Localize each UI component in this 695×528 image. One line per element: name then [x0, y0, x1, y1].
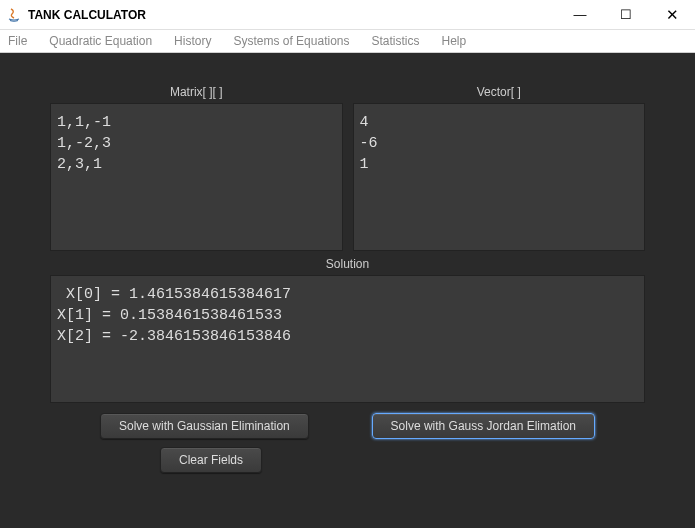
- menu-file[interactable]: File: [8, 34, 27, 48]
- java-icon: [6, 7, 22, 23]
- title-bar: TANK CALCULATOR — ☐ ✕: [0, 0, 695, 30]
- maximize-button[interactable]: ☐: [603, 0, 649, 30]
- vector-label: Vector[ ]: [353, 85, 646, 99]
- clear-fields-button[interactable]: Clear Fields: [160, 447, 262, 473]
- input-row: Matrix[ ][ ] 1,1,-1 1,-2,3 2,3,1 Vector[…: [50, 85, 645, 251]
- window-title: TANK CALCULATOR: [28, 8, 557, 22]
- minimize-button[interactable]: —: [557, 0, 603, 30]
- matrix-input[interactable]: 1,1,-1 1,-2,3 2,3,1: [50, 103, 343, 251]
- content-area: Matrix[ ][ ] 1,1,-1 1,-2,3 2,3,1 Vector[…: [0, 53, 695, 528]
- solution-panel: Solution X[0] = 1.4615384615384617 X[1] …: [50, 257, 645, 403]
- clear-button-row: Clear Fields: [50, 447, 645, 473]
- vector-input[interactable]: 4 -6 1: [353, 103, 646, 251]
- menu-statistics[interactable]: Statistics: [371, 34, 419, 48]
- menu-history[interactable]: History: [174, 34, 211, 48]
- menu-bar: File Quadratic Equation History Systems …: [0, 30, 695, 53]
- solve-gaussian-button[interactable]: Solve with Gaussian Elimination: [100, 413, 309, 439]
- menu-help[interactable]: Help: [442, 34, 467, 48]
- solve-gauss-jordan-button[interactable]: Solve with Gauss Jordan Elimation: [372, 413, 595, 439]
- matrix-panel: Matrix[ ][ ] 1,1,-1 1,-2,3 2,3,1: [50, 85, 343, 251]
- solve-button-row: Solve with Gaussian Elimination Solve wi…: [50, 413, 645, 439]
- close-button[interactable]: ✕: [649, 0, 695, 30]
- menu-systems[interactable]: Systems of Equations: [233, 34, 349, 48]
- matrix-label: Matrix[ ][ ]: [50, 85, 343, 99]
- menu-quadratic[interactable]: Quadratic Equation: [49, 34, 152, 48]
- vector-panel: Vector[ ] 4 -6 1: [353, 85, 646, 251]
- solution-label: Solution: [50, 257, 645, 271]
- solution-output[interactable]: X[0] = 1.4615384615384617 X[1] = 0.15384…: [50, 275, 645, 403]
